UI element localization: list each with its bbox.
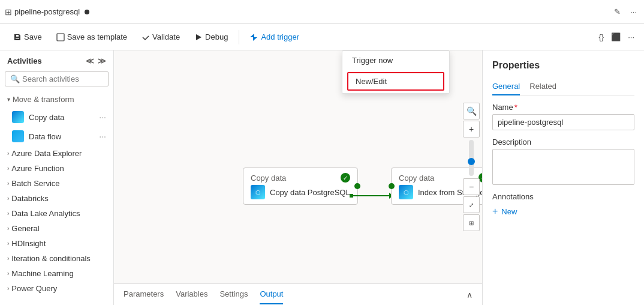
toolbar-right: {} ⬛ ···	[596, 30, 637, 44]
search-input[interactable]	[22, 74, 103, 83]
new-label: New	[501, 207, 517, 216]
copy-data-dots: ···	[99, 112, 106, 122]
node-type-label-1: Copy data	[251, 174, 286, 183]
sidebar-item-batch-service[interactable]: › Batch Service	[0, 176, 113, 191]
close-bottom-panel[interactable]: ∧	[467, 290, 473, 300]
activity-item-data-flow[interactable]: Data flow ···	[0, 127, 113, 146]
add-trigger-label: Add trigger	[261, 32, 299, 41]
sidebar-title: Activities	[7, 56, 42, 65]
name-field-input[interactable]	[492, 114, 634, 130]
sidebar-section-move-transform[interactable]: ▾ Move & transform	[0, 91, 113, 107]
chevron-down-icon: ▾	[7, 96, 10, 103]
description-field-label: Description	[492, 137, 634, 146]
save-icon	[13, 33, 22, 41]
sidebar-header: Activities ≪ ≫	[0, 50, 113, 71]
category-label: Power Query	[11, 284, 57, 293]
node-icon-1	[251, 185, 265, 199]
copy-data-icon	[12, 111, 24, 123]
add-trigger-button[interactable]: Add trigger	[244, 29, 305, 45]
node-port-left-2	[389, 183, 395, 189]
more-options-btn[interactable]: ···	[628, 5, 639, 19]
sidebar-header-icons: ≪ ≫	[86, 56, 106, 65]
new-edit-option[interactable]: New/Edit	[347, 72, 444, 91]
validate-button[interactable]: Validate	[136, 29, 186, 45]
tab-output[interactable]: Output	[260, 285, 283, 304]
chevron-right-icon: ›	[7, 150, 9, 157]
data-flow-label: Data flow	[29, 132, 94, 141]
name-field-label: Name *	[492, 103, 634, 112]
save-button[interactable]: Save	[7, 29, 48, 45]
category-label: Batch Service	[11, 179, 59, 188]
top-bar-right: ✎ ···	[612, 5, 639, 19]
prop-tab-related[interactable]: Related	[529, 78, 556, 95]
node-title-1: Copy data PostgreSQL	[270, 188, 350, 197]
node-type-label-2: Copy data	[399, 174, 434, 183]
svg-marker-1	[196, 34, 201, 40]
connector-line	[353, 195, 389, 196]
debug-button[interactable]: Debug	[188, 29, 234, 45]
sidebar-item-azure-function[interactable]: › Azure Function	[0, 161, 113, 176]
chevron-right-icon: ›	[7, 210, 9, 217]
sidebar-item-power-query[interactable]: › Power Query	[0, 281, 113, 296]
add-annotation-button[interactable]: + New	[492, 206, 634, 217]
search-icon: 🔍	[10, 74, 20, 83]
chevron-right-icon: ›	[7, 165, 9, 172]
description-textarea[interactable]	[492, 149, 634, 185]
category-label: Iteration & conditionals	[11, 254, 91, 263]
zoom-controls: 🔍 + − ⤢ ⊞	[463, 103, 480, 231]
tab-parameters[interactable]: Parameters	[124, 285, 164, 304]
edit-icon-btn[interactable]: ✎	[612, 5, 623, 19]
expand-icon[interactable]: ≫	[98, 56, 106, 65]
copy-data-label: Copy data	[29, 113, 94, 122]
chevron-right-icon: ›	[7, 225, 9, 232]
chevron-right-icon: ›	[7, 240, 9, 247]
node-body-1: Copy data PostgreSQL	[251, 185, 350, 199]
node-icon-2	[399, 185, 413, 199]
trigger-now-option[interactable]: Trigger now	[342, 51, 449, 70]
toolbar-more-btn[interactable]: ···	[625, 30, 637, 44]
sidebar-item-hdinsight[interactable]: › HDInsight	[0, 236, 113, 251]
zoom-out-btn[interactable]: −	[463, 178, 480, 195]
search-canvas-btn[interactable]: 🔍	[463, 103, 480, 119]
monitor-icon-btn[interactable]: ⬛	[609, 30, 623, 44]
canvas-main[interactable]: Trigger now New/Edit Copy data Copy data…	[114, 50, 482, 283]
debug-label: Debug	[205, 32, 228, 41]
sidebar-item-iteration-conditionals[interactable]: › Iteration & conditionals	[0, 251, 113, 266]
data-flow-dots: ···	[99, 131, 106, 141]
activity-item-copy-data[interactable]: Copy data ···	[0, 107, 113, 127]
category-label: HDInsight	[11, 239, 46, 248]
main-area: Activities ≪ ≫ 🔍 ▾ Move & transform Copy…	[0, 50, 644, 305]
svg-rect-0	[57, 34, 64, 41]
category-label: Azure Function	[11, 164, 64, 173]
fit-view-btn[interactable]: ⤢	[463, 196, 480, 213]
category-label: Data Lake Analytics	[11, 209, 80, 218]
validate-label: Validate	[152, 32, 180, 41]
grid-icon: ⊞	[5, 7, 12, 17]
category-label: Azure Data Explorer	[11, 149, 82, 158]
tab-variables[interactable]: Variables	[176, 285, 207, 304]
annotations-label: Annotations	[492, 192, 634, 201]
layout-btn[interactable]: ⊞	[463, 214, 480, 231]
chevron-right-icon: ›	[7, 255, 9, 262]
sidebar-item-data-lake-analytics[interactable]: › Data Lake Analytics	[0, 206, 113, 221]
save-label: Save	[24, 32, 42, 41]
save-as-template-button[interactable]: Save as template	[50, 29, 133, 45]
validate-icon	[142, 33, 150, 41]
top-bar: ⊞ pipeline-postgresql ✎ ···	[0, 0, 644, 24]
node-success-1	[341, 173, 350, 183]
zoom-slider[interactable]	[469, 140, 474, 176]
connector-1	[350, 193, 393, 199]
canvas-node-1[interactable]: Copy data Copy data PostgreSQL	[243, 168, 358, 205]
code-icon-btn[interactable]: {}	[596, 30, 606, 44]
section-label-text: Move & transform	[13, 95, 74, 104]
node-port-right-1	[354, 183, 360, 189]
sidebar-item-databricks[interactable]: › Databricks	[0, 191, 113, 206]
sidebar-item-general[interactable]: › General	[0, 221, 113, 236]
collapse-icon[interactable]: ≪	[86, 56, 94, 65]
prop-tab-general[interactable]: General	[492, 78, 520, 95]
category-label: Databricks	[11, 194, 48, 203]
zoom-in-btn[interactable]: +	[463, 121, 480, 137]
sidebar-item-machine-learning[interactable]: › Machine Learning	[0, 266, 113, 281]
tab-settings[interactable]: Settings	[219, 285, 248, 304]
sidebar-item-azure-data-explorer[interactable]: › Azure Data Explorer	[0, 146, 113, 161]
